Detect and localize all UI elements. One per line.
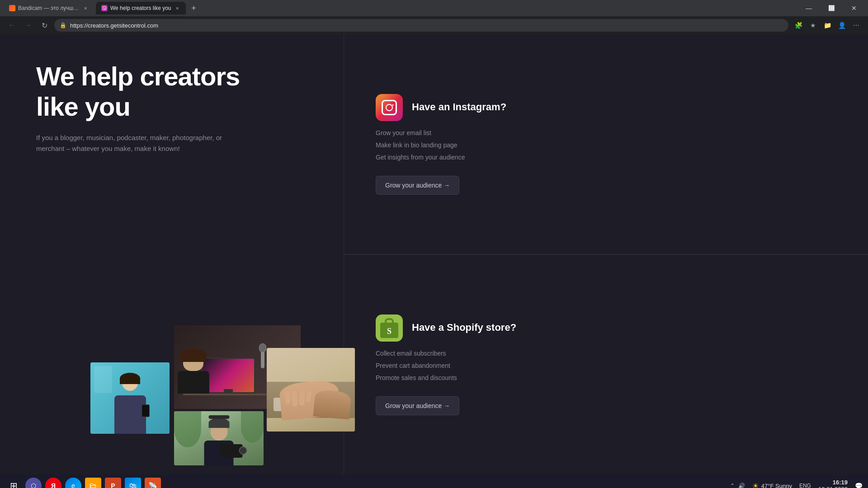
tab-favicon-2 [101,5,108,11]
favorites-icon[interactable]: ★ [807,19,819,32]
shopify-section: S Have a Shopify store? Collect email su… [344,255,868,474]
instagram-features: Grow your email list Make link in bio la… [376,128,836,165]
shopify-section-header: S Have a Shopify store? [376,314,836,342]
toolbar-right-icons: 🧩 ★ 📁 👤 ⋯ [792,19,863,32]
tab-1-close[interactable]: ✕ [82,5,89,11]
left-panel: We help creators like you If you a blogg… [0,34,344,474]
hero-subtitle: If you a blogger, musician, podcaster, m… [36,132,226,154]
photo-4 [267,348,355,432]
instagram-icon [376,94,403,121]
right-panel: Have an Instagram? Grow your email list … [344,34,868,474]
address-bar[interactable]: 🔒 https://creators.getsitecontrol.com [54,19,788,32]
instagram-feature-1: Grow your email list [376,128,836,138]
shopify-icon: S [376,314,403,342]
taskbar-lang: ENG [799,483,811,488]
hero-title: We help creators like you [36,61,307,122]
tab-1-label: Bandicam — это лучшая прогр... [18,5,80,11]
new-tab-button[interactable]: + [188,2,200,14]
weather-temp: 47°F Sunny [761,483,792,488]
collections-icon[interactable]: 📁 [821,19,834,32]
minimize-button[interactable]: — [798,2,819,14]
shopify-feature-3: Promote sales and discounts [376,373,836,383]
page-content: We help creators like you If you a blogg… [0,34,868,474]
rss-icon[interactable]: 📡 [145,478,161,488]
shopify-feature-2: Prevent cart abandonment [376,361,836,371]
photo-3 [174,411,264,465]
settings-icon[interactable]: ⋯ [850,19,863,32]
back-button[interactable]: ← [5,19,18,32]
taskbar-date: 12.01.2022 [818,486,848,488]
tab-2[interactable]: We help creators like you ✕ [96,2,186,14]
instagram-section-header: Have an Instagram? [376,94,836,121]
windows-start-icon[interactable]: ⊞ [5,478,22,488]
photo-1 [90,362,170,434]
taskbar-weather: ☀ 47°F Sunny [752,482,792,488]
weather-sun-icon: ☀ [752,482,759,488]
url-text: https://creators.getsitecontrol.com [70,22,158,29]
powerpoint-icon[interactable]: P [105,478,121,488]
instagram-section: Have an Instagram? Grow your email list … [344,34,868,254]
taskbar-tray-icons: ⌃ 🔊 [730,483,745,488]
shopify-title: Have a Shopify store? [412,321,516,334]
tab-1[interactable]: Bandicam — это лучшая прогр... ✕ [4,2,94,14]
tab-bar: Bandicam — это лучшая прогр... ✕ We help… [0,0,868,16]
notifications-icon[interactable]: 💬 [855,482,863,488]
search-app-icon[interactable]: ⬡ [25,478,42,488]
shopify-feature-1: Collect email subscribers [376,349,836,358]
maximize-button[interactable]: ⬜ [821,2,842,14]
tab-2-close[interactable]: ✕ [174,5,180,11]
photo-collage [90,325,344,474]
shopify-cta-button[interactable]: Grow your audience → [376,396,459,415]
browser-window: Bandicam — это лучшая прогр... ✕ We help… [0,0,868,34]
edge-icon[interactable]: e [65,478,81,488]
files-icon[interactable]: 🗁 [85,478,101,488]
taskbar: ⊞ ⬡ Я e 🗁 P 🛍 📡 ⌃ 🔊 ☀ 47°F Sunny ENG 16:… [0,474,868,488]
browser-toolbar: ← → ↻ 🔒 https://creators.getsitecontrol.… [0,16,868,34]
taskbar-time: 16:19 [818,479,848,486]
store-icon[interactable]: 🛍 [125,478,141,488]
tab-favicon-1 [9,5,15,11]
instagram-feature-2: Make link in bio landing page [376,141,836,150]
lock-icon: 🔒 [60,22,66,28]
instagram-feature-3: Get insights from your audience [376,153,836,162]
reload-button[interactable]: ↻ [38,19,51,32]
forward-button[interactable]: → [22,19,34,32]
instagram-cta-button[interactable]: Grow your audience → [376,176,459,195]
instagram-title: Have an Instagram? [412,101,506,114]
expand-tray-icon[interactable]: ⌃ [730,483,735,488]
shopify-features: Collect email subscribers Prevent cart a… [376,349,836,385]
close-button[interactable]: ✕ [844,2,864,14]
tab-2-label: We help creators like you [110,5,171,11]
extensions-icon[interactable]: 🧩 [792,19,805,32]
taskbar-tray: ⌃ 🔊 ☀ 47°F Sunny ENG 16:19 12.01.2022 💬 [730,479,863,488]
yandex-icon[interactable]: Я [45,478,61,488]
profile-icon[interactable]: 👤 [835,19,848,32]
taskbar-clock[interactable]: 16:19 12.01.2022 [818,479,848,488]
volume-icon[interactable]: 🔊 [738,483,745,488]
